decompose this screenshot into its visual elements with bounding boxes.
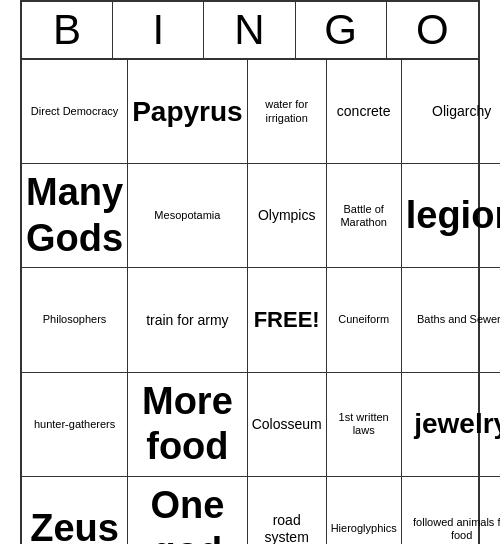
bingo-cell-20[interactable]: Zeus: [22, 477, 128, 544]
header-o: O: [387, 2, 478, 58]
bingo-cell-19[interactable]: jewelry: [402, 373, 500, 477]
bingo-cell-24[interactable]: followed animals for food: [402, 477, 500, 544]
bingo-cell-3[interactable]: concrete: [327, 60, 402, 164]
bingo-cell-9[interactable]: legion: [402, 164, 500, 268]
bingo-cell-12[interactable]: FREE!: [248, 268, 327, 372]
bingo-cell-0[interactable]: Direct Democracy: [22, 60, 128, 164]
header-n: N: [204, 2, 295, 58]
bingo-cell-1[interactable]: Papyrus: [128, 60, 248, 164]
bingo-cell-16[interactable]: More food: [128, 373, 248, 477]
header-i: I: [113, 2, 204, 58]
bingo-cell-5[interactable]: Many Gods: [22, 164, 128, 268]
bingo-cell-13[interactable]: Cuneiform: [327, 268, 402, 372]
bingo-grid: Direct DemocracyPapyruswater for irrigat…: [22, 60, 478, 544]
bingo-cell-18[interactable]: 1st written laws: [327, 373, 402, 477]
bingo-header: B I N G O: [22, 2, 478, 60]
bingo-cell-11[interactable]: train for army: [128, 268, 248, 372]
bingo-cell-22[interactable]: road system: [248, 477, 327, 544]
bingo-cell-10[interactable]: Philosophers: [22, 268, 128, 372]
bingo-cell-17[interactable]: Colosseum: [248, 373, 327, 477]
bingo-cell-4[interactable]: Oligarchy: [402, 60, 500, 164]
bingo-cell-8[interactable]: Battle of Marathon: [327, 164, 402, 268]
bingo-cell-14[interactable]: Baths and Sewers: [402, 268, 500, 372]
bingo-cell-6[interactable]: Mesopotamia: [128, 164, 248, 268]
bingo-cell-21[interactable]: One god: [128, 477, 248, 544]
header-g: G: [296, 2, 387, 58]
header-b: B: [22, 2, 113, 58]
bingo-cell-15[interactable]: hunter-gatherers: [22, 373, 128, 477]
bingo-cell-2[interactable]: water for irrigation: [248, 60, 327, 164]
bingo-cell-7[interactable]: Olympics: [248, 164, 327, 268]
bingo-card: B I N G O Direct DemocracyPapyruswater f…: [20, 0, 480, 544]
bingo-cell-23[interactable]: Hieroglyphics: [327, 477, 402, 544]
